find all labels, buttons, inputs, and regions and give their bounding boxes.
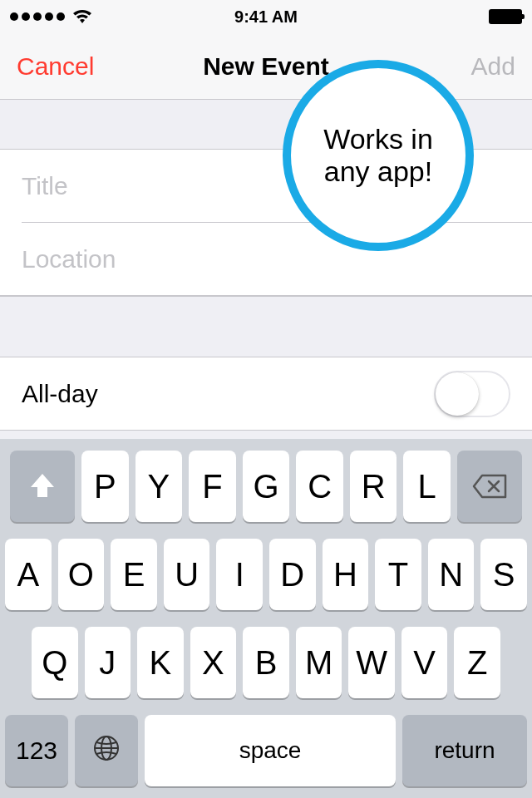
keyboard-row-1: P Y F G C R L bbox=[5, 451, 527, 522]
key-v[interactable]: V bbox=[401, 627, 448, 698]
return-key[interactable]: return bbox=[402, 715, 527, 786]
battery-icon bbox=[489, 9, 522, 24]
add-button[interactable]: Add bbox=[471, 52, 515, 81]
key-i[interactable]: I bbox=[216, 539, 263, 610]
status-bar: 9:41 AM bbox=[0, 0, 532, 33]
key-c[interactable]: C bbox=[296, 451, 343, 522]
key-d[interactable]: D bbox=[269, 539, 316, 610]
section-spacer bbox=[0, 296, 532, 357]
keyboard-row-2: A O E U I D H T N S bbox=[5, 539, 527, 610]
key-n[interactable]: N bbox=[428, 539, 475, 610]
status-time: 9:41 AM bbox=[234, 7, 298, 27]
keyboard-row-4: 123 space return bbox=[5, 715, 527, 786]
allday-toggle[interactable] bbox=[434, 371, 510, 417]
status-left bbox=[10, 8, 126, 25]
key-p[interactable]: P bbox=[81, 451, 129, 522]
key-y[interactable]: Y bbox=[135, 451, 183, 522]
key-k[interactable]: K bbox=[137, 627, 184, 698]
promo-text: Works in any app! bbox=[299, 123, 457, 188]
key-q[interactable]: Q bbox=[32, 627, 78, 698]
keyboard-row-3: Q J K X B M W V Z bbox=[5, 627, 527, 698]
status-right bbox=[406, 9, 522, 24]
key-h[interactable]: H bbox=[323, 539, 369, 610]
key-x[interactable]: X bbox=[190, 627, 237, 698]
key-b[interactable]: B bbox=[243, 627, 289, 698]
cancel-button[interactable]: Cancel bbox=[17, 52, 94, 81]
key-z[interactable]: Z bbox=[454, 627, 500, 698]
backspace-key[interactable] bbox=[457, 451, 522, 522]
allday-label: All-day bbox=[22, 380, 434, 408]
space-key[interactable]: space bbox=[145, 715, 396, 786]
globe-icon bbox=[92, 734, 121, 768]
wifi-icon bbox=[71, 8, 93, 25]
form-group-allday: All-day bbox=[0, 357, 532, 431]
keyboard: P Y F G C R L A O E U I D H T N S Q J K … bbox=[0, 439, 532, 798]
key-g[interactable]: G bbox=[243, 451, 290, 522]
key-u[interactable]: U bbox=[164, 539, 210, 610]
key-f[interactable]: F bbox=[189, 451, 236, 522]
numbers-key[interactable]: 123 bbox=[5, 715, 68, 786]
toggle-knob bbox=[436, 372, 479, 416]
page-title: New Event bbox=[203, 52, 329, 81]
nav-bar: Cancel New Event Add bbox=[0, 33, 532, 100]
shift-key[interactable] bbox=[10, 451, 75, 522]
key-r[interactable]: R bbox=[350, 451, 397, 522]
promo-callout: Works in any app! bbox=[283, 60, 474, 251]
key-a[interactable]: A bbox=[5, 539, 52, 610]
allday-row: All-day bbox=[0, 357, 532, 431]
key-o[interactable]: O bbox=[58, 539, 105, 610]
key-l[interactable]: L bbox=[403, 451, 451, 522]
location-row[interactable] bbox=[0, 223, 532, 296]
key-j[interactable]: J bbox=[85, 627, 131, 698]
location-input[interactable] bbox=[22, 245, 510, 273]
key-s[interactable]: S bbox=[480, 539, 527, 610]
key-m[interactable]: M bbox=[296, 627, 342, 698]
globe-key[interactable] bbox=[75, 715, 138, 786]
signal-dots-icon bbox=[10, 12, 65, 21]
key-e[interactable]: E bbox=[111, 539, 157, 610]
key-w[interactable]: W bbox=[348, 627, 395, 698]
key-t[interactable]: T bbox=[375, 539, 421, 610]
